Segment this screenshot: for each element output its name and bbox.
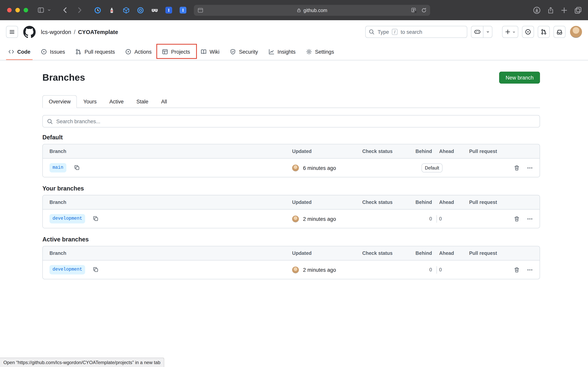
reload-icon[interactable] [421,8,427,13]
subtab-overview[interactable]: Overview [42,95,77,108]
column-header-pull-request: Pull request [469,149,502,154]
user-avatar[interactable] [570,26,582,38]
table-row: development 2 minutes ago [43,260,540,279]
github-logo-icon[interactable] [23,26,36,38]
tab-issues[interactable]: Issues [36,43,70,60]
column-header-ahead: Ahead [439,149,459,154]
tabs-overview-button[interactable] [574,6,582,14]
search-placeholder-suffix: to search [401,29,422,35]
slash-key-hint: / [392,29,398,35]
table-row: development 2 minutes ago [43,209,540,228]
cube-extension-button[interactable] [122,6,130,15]
tab-actions[interactable]: Actions [120,43,157,60]
global-search-input[interactable]: Type / to search [365,26,467,38]
column-header-updated: Updated [292,250,362,256]
chevron-down-icon[interactable] [483,26,492,38]
github-header: lcs-wgordon / CYOATemplate Type / to sea… [0,20,588,43]
hamburger-icon [9,29,15,35]
chevron-down-icon [512,26,515,38]
section-heading: Your branches [42,185,540,192]
sidebar-toggle-button[interactable] [37,7,45,14]
copy-branch-name-button[interactable] [93,267,99,273]
delete-branch-button[interactable] [512,266,521,274]
tab-label: Insights [277,49,295,55]
subtab-all[interactable]: All [155,95,173,108]
copy-icon [93,216,99,222]
create-new-button[interactable] [502,26,518,38]
github-page: lcs-wgordon / CYOATemplate Type / to sea… [0,20,588,367]
branches-table: Branch Updated Check status Behind Ahead… [42,246,540,279]
committer-avatar [292,266,299,273]
subtab-yours[interactable]: Yours [77,95,103,108]
address-bar[interactable]: github.com [194,5,430,16]
copilot-button[interactable] [471,26,492,38]
branch-menu-button[interactable] [526,266,534,274]
play-circle-icon [126,49,131,55]
behind-count: 0 [416,267,432,273]
pull-requests-dashboard-button[interactable] [538,26,550,38]
section-active-branches: Active branches Branch Updated Check sta… [42,236,540,279]
trash-icon [514,267,520,273]
pull-request-icon [76,49,82,55]
downloads-button[interactable] [533,6,541,14]
search-icon [369,29,375,35]
zoom-window-button[interactable] [24,8,28,12]
column-header-behind: Behind [416,250,432,256]
subtab-stale[interactable]: Stale [130,95,155,108]
minimize-window-button[interactable] [15,8,20,12]
tab-projects[interactable]: Projects [157,43,195,60]
tab-insights[interactable]: Insights [263,43,301,60]
page-icon[interactable] [197,7,204,14]
subtab-active[interactable]: Active [103,95,130,108]
bottle-extension-button[interactable] [108,6,116,15]
breadcrumb-owner-link[interactable]: lcs-wgordon [41,29,71,35]
new-tab-button[interactable] [561,7,568,14]
search-branches-input[interactable] [56,118,536,124]
forward-button[interactable] [76,6,84,14]
behind-ahead-divider [437,215,437,223]
share-button[interactable] [547,6,554,14]
instapaper-alt-extension-button[interactable]: I [179,6,187,15]
global-nav-menu-button[interactable] [6,26,18,38]
section-default: Default Branch Updated Check status Behi… [42,134,540,177]
tab-label: Code [17,49,30,55]
branches-page: Branches New branch Overview Yours Activ… [42,71,540,279]
tab-pull-requests[interactable]: Pull requests [70,43,120,60]
copy-icon [74,165,80,171]
new-tab-icon [561,7,568,14]
goggles-extension-button[interactable] [150,6,159,15]
clock-extension-button[interactable] [93,6,101,15]
issues-dashboard-button[interactable] [522,26,534,38]
branch-menu-button[interactable] [526,164,534,172]
copilot-icon [471,26,483,38]
translate-icon[interactable] [411,7,417,13]
page-title: Branches [42,72,85,83]
behind-count: 0 [416,216,432,222]
close-window-button[interactable] [7,8,12,12]
tab-security[interactable]: Security [225,43,263,60]
download-icon [533,6,541,14]
tab-label: Wiki [210,49,219,55]
branch-name-link[interactable]: main [50,163,66,172]
instapaper-extension-button[interactable]: I [165,6,173,15]
sidebar-icon [37,7,45,14]
instapaper-extension-icon: I [165,7,172,14]
new-branch-button[interactable]: New branch [499,71,540,83]
delete-branch-button[interactable] [512,164,521,172]
tab-code[interactable]: Code [3,43,36,60]
tab-settings[interactable]: Settings [301,43,339,60]
target-extension-button[interactable] [136,6,144,15]
breadcrumb-repo-link[interactable]: CYOATemplate [78,29,118,35]
branch-name-link[interactable]: development [50,265,85,274]
delete-branch-button[interactable] [512,215,521,223]
copy-branch-name-button[interactable] [93,216,99,222]
shield-check-icon [230,49,236,55]
safari-window: I I github.com [0,0,588,367]
branch-menu-button[interactable] [526,215,534,223]
tab-wiki[interactable]: Wiki [195,43,225,60]
branch-name-link[interactable]: development [50,214,85,223]
copy-branch-name-button[interactable] [74,165,80,171]
back-button[interactable] [61,6,69,14]
inbox-button[interactable] [554,26,566,38]
sidebar-menu-button[interactable] [47,8,51,11]
